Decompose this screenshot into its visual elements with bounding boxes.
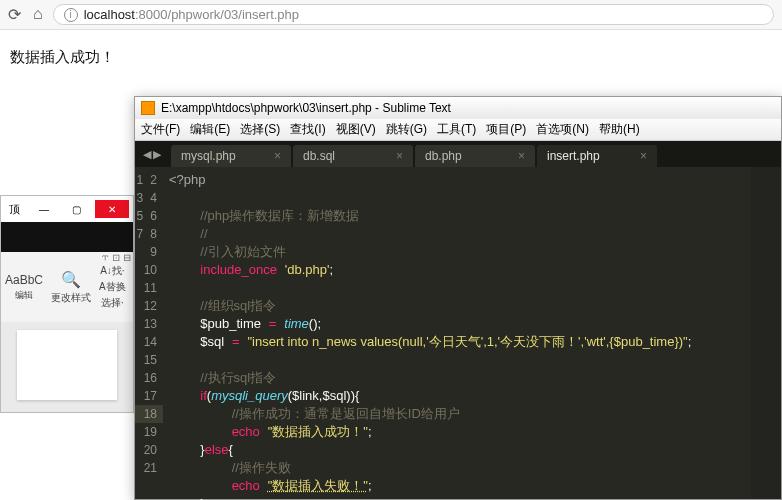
menu-tools[interactable]: 工具(T) — [437, 121, 476, 138]
url-host: localhost — [84, 7, 135, 22]
page-result-text: 数据插入成功！ — [0, 30, 782, 85]
info-icon[interactable]: i — [64, 8, 78, 22]
home-icon[interactable]: ⌂ — [33, 5, 43, 24]
maximize-button[interactable]: ▢ — [63, 200, 89, 218]
background-window-fragment: 顶 — ▢ ✕ AaBbC编辑 🔍更改样式 A↓找·A替换选择· ⥾ ⊡ ⊟ — [0, 195, 134, 413]
menu-file[interactable]: 文件(F) — [141, 121, 180, 138]
browser-toolbar: ⟳ ⌂ i localhost:8000/phpwork/03/insert.p… — [0, 0, 782, 30]
tab-dbsql[interactable]: db.sql× — [293, 145, 413, 167]
close-icon[interactable]: × — [264, 149, 281, 163]
style-preview[interactable]: AaBbC — [5, 273, 43, 287]
tab-dbphp[interactable]: db.php× — [415, 145, 535, 167]
url-path: /phpwork/03/insert.php — [168, 7, 300, 22]
menu-help[interactable]: 帮助(H) — [599, 121, 640, 138]
menu-select[interactable]: 选择(S) — [240, 121, 280, 138]
doc-page — [17, 330, 117, 400]
ribbon-tools-icon[interactable]: ⥾ ⊡ ⊟ — [101, 252, 131, 263]
sublime-logo-icon — [141, 101, 155, 115]
sublime-window: E:\xampp\htdocs\phpwork\03\insert.php - … — [134, 96, 782, 500]
menu-view[interactable]: 视图(V) — [336, 121, 376, 138]
tab-mysql[interactable]: mysql.php× — [171, 145, 291, 167]
frag-dark-bar — [1, 222, 133, 252]
code-editor[interactable]: <?php //php操作数据库：新增数据 // //引入初始文件 includ… — [163, 167, 751, 499]
menu-edit[interactable]: 编辑(E) — [190, 121, 230, 138]
window-title: E:\xampp\htdocs\phpwork\03\insert.php - … — [161, 101, 451, 115]
find-icon[interactable]: 🔍 — [61, 270, 81, 289]
menu-bar: 文件(F) 编辑(E) 选择(S) 查找(I) 视图(V) 跳转(G) 工具(T… — [135, 119, 781, 141]
tab-insert[interactable]: insert.php× — [537, 145, 657, 167]
ribbon: AaBbC编辑 🔍更改样式 A↓找·A替换选择· ⥾ ⊡ ⊟ — [1, 252, 133, 322]
menu-find[interactable]: 查找(I) — [290, 121, 325, 138]
minimap[interactable] — [751, 167, 781, 499]
tab-bar: ◀▶ mysql.php× db.sql× db.php× insert.php… — [135, 141, 781, 167]
frag-tab-label: 顶 — [5, 202, 20, 217]
tab-nav-arrows[interactable]: ◀▶ — [139, 148, 171, 167]
menu-prefs[interactable]: 首选项(N) — [536, 121, 589, 138]
menu-goto[interactable]: 跳转(G) — [386, 121, 427, 138]
line-gutter[interactable]: 1 2 3 4 5 6 7 8 9 10 11 12 13 14 15 16 1… — [135, 167, 163, 499]
minimize-button[interactable]: — — [31, 200, 57, 218]
close-button[interactable]: ✕ — [95, 200, 129, 218]
menu-project[interactable]: 项目(P) — [486, 121, 526, 138]
url-port: :8000 — [135, 7, 168, 22]
close-icon[interactable]: × — [386, 149, 403, 163]
reload-icon[interactable]: ⟳ — [8, 5, 21, 24]
address-bar[interactable]: i localhost:8000/phpwork/03/insert.php — [53, 4, 774, 25]
close-icon[interactable]: × — [630, 149, 647, 163]
window-titlebar[interactable]: E:\xampp\htdocs\phpwork\03\insert.php - … — [135, 97, 781, 119]
close-icon[interactable]: × — [508, 149, 525, 163]
